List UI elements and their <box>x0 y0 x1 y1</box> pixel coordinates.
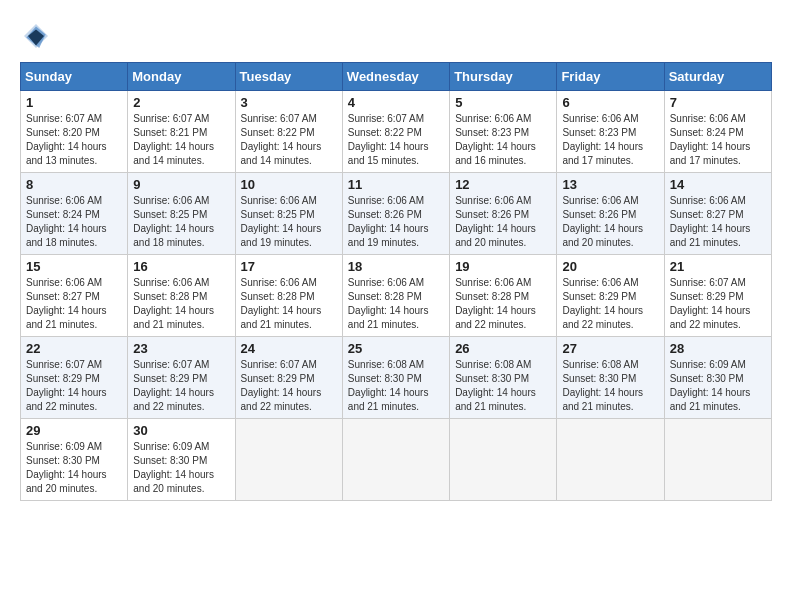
calendar-cell: 11 Sunrise: 6:06 AM Sunset: 8:26 PM Dayl… <box>342 173 449 255</box>
calendar-cell: 18 Sunrise: 6:06 AM Sunset: 8:28 PM Dayl… <box>342 255 449 337</box>
day-number: 14 <box>670 177 766 192</box>
day-number: 23 <box>133 341 229 356</box>
day-number: 4 <box>348 95 444 110</box>
day-info: Sunrise: 6:06 AM Sunset: 8:27 PM Dayligh… <box>670 194 766 250</box>
day-info: Sunrise: 6:06 AM Sunset: 8:25 PM Dayligh… <box>133 194 229 250</box>
calendar-cell: 1 Sunrise: 6:07 AM Sunset: 8:20 PM Dayli… <box>21 91 128 173</box>
day-number: 22 <box>26 341 122 356</box>
logo-icon <box>20 20 52 52</box>
day-info: Sunrise: 6:08 AM Sunset: 8:30 PM Dayligh… <box>348 358 444 414</box>
calendar-cell <box>664 419 771 501</box>
day-number: 9 <box>133 177 229 192</box>
day-info: Sunrise: 6:09 AM Sunset: 8:30 PM Dayligh… <box>133 440 229 496</box>
day-number: 19 <box>455 259 551 274</box>
calendar-cell: 25 Sunrise: 6:08 AM Sunset: 8:30 PM Dayl… <box>342 337 449 419</box>
calendar-cell: 30 Sunrise: 6:09 AM Sunset: 8:30 PM Dayl… <box>128 419 235 501</box>
calendar-cell: 19 Sunrise: 6:06 AM Sunset: 8:28 PM Dayl… <box>450 255 557 337</box>
day-info: Sunrise: 6:07 AM Sunset: 8:21 PM Dayligh… <box>133 112 229 168</box>
day-number: 25 <box>348 341 444 356</box>
calendar-header-row: SundayMondayTuesdayWednesdayThursdayFrid… <box>21 63 772 91</box>
day-number: 13 <box>562 177 658 192</box>
day-info: Sunrise: 6:06 AM Sunset: 8:28 PM Dayligh… <box>455 276 551 332</box>
day-info: Sunrise: 6:06 AM Sunset: 8:28 PM Dayligh… <box>348 276 444 332</box>
day-info: Sunrise: 6:06 AM Sunset: 8:26 PM Dayligh… <box>455 194 551 250</box>
day-info: Sunrise: 6:06 AM Sunset: 8:23 PM Dayligh… <box>455 112 551 168</box>
day-number: 6 <box>562 95 658 110</box>
calendar-header-saturday: Saturday <box>664 63 771 91</box>
calendar-cell: 9 Sunrise: 6:06 AM Sunset: 8:25 PM Dayli… <box>128 173 235 255</box>
day-number: 28 <box>670 341 766 356</box>
day-info: Sunrise: 6:06 AM Sunset: 8:29 PM Dayligh… <box>562 276 658 332</box>
calendar-week-5: 29 Sunrise: 6:09 AM Sunset: 8:30 PM Dayl… <box>21 419 772 501</box>
calendar-week-4: 22 Sunrise: 6:07 AM Sunset: 8:29 PM Dayl… <box>21 337 772 419</box>
calendar-header-tuesday: Tuesday <box>235 63 342 91</box>
calendar-cell: 23 Sunrise: 6:07 AM Sunset: 8:29 PM Dayl… <box>128 337 235 419</box>
calendar-table: SundayMondayTuesdayWednesdayThursdayFrid… <box>20 62 772 501</box>
calendar-week-3: 15 Sunrise: 6:06 AM Sunset: 8:27 PM Dayl… <box>21 255 772 337</box>
calendar-cell: 22 Sunrise: 6:07 AM Sunset: 8:29 PM Dayl… <box>21 337 128 419</box>
calendar-cell: 16 Sunrise: 6:06 AM Sunset: 8:28 PM Dayl… <box>128 255 235 337</box>
calendar-header-sunday: Sunday <box>21 63 128 91</box>
calendar-body: 1 Sunrise: 6:07 AM Sunset: 8:20 PM Dayli… <box>21 91 772 501</box>
calendar-header-friday: Friday <box>557 63 664 91</box>
day-info: Sunrise: 6:08 AM Sunset: 8:30 PM Dayligh… <box>455 358 551 414</box>
calendar-cell: 27 Sunrise: 6:08 AM Sunset: 8:30 PM Dayl… <box>557 337 664 419</box>
calendar-cell: 24 Sunrise: 6:07 AM Sunset: 8:29 PM Dayl… <box>235 337 342 419</box>
day-number: 2 <box>133 95 229 110</box>
calendar-cell: 15 Sunrise: 6:06 AM Sunset: 8:27 PM Dayl… <box>21 255 128 337</box>
day-info: Sunrise: 6:07 AM Sunset: 8:22 PM Dayligh… <box>348 112 444 168</box>
day-info: Sunrise: 6:07 AM Sunset: 8:22 PM Dayligh… <box>241 112 337 168</box>
day-number: 3 <box>241 95 337 110</box>
calendar-cell: 2 Sunrise: 6:07 AM Sunset: 8:21 PM Dayli… <box>128 91 235 173</box>
day-info: Sunrise: 6:07 AM Sunset: 8:29 PM Dayligh… <box>241 358 337 414</box>
day-info: Sunrise: 6:06 AM Sunset: 8:28 PM Dayligh… <box>241 276 337 332</box>
day-number: 18 <box>348 259 444 274</box>
day-info: Sunrise: 6:06 AM Sunset: 8:27 PM Dayligh… <box>26 276 122 332</box>
day-number: 20 <box>562 259 658 274</box>
day-info: Sunrise: 6:06 AM Sunset: 8:24 PM Dayligh… <box>26 194 122 250</box>
day-number: 21 <box>670 259 766 274</box>
calendar-cell: 20 Sunrise: 6:06 AM Sunset: 8:29 PM Dayl… <box>557 255 664 337</box>
calendar-week-2: 8 Sunrise: 6:06 AM Sunset: 8:24 PM Dayli… <box>21 173 772 255</box>
calendar-cell: 6 Sunrise: 6:06 AM Sunset: 8:23 PM Dayli… <box>557 91 664 173</box>
day-info: Sunrise: 6:09 AM Sunset: 8:30 PM Dayligh… <box>670 358 766 414</box>
day-info: Sunrise: 6:06 AM Sunset: 8:23 PM Dayligh… <box>562 112 658 168</box>
day-info: Sunrise: 6:06 AM Sunset: 8:28 PM Dayligh… <box>133 276 229 332</box>
calendar-cell: 28 Sunrise: 6:09 AM Sunset: 8:30 PM Dayl… <box>664 337 771 419</box>
day-number: 26 <box>455 341 551 356</box>
calendar-cell: 21 Sunrise: 6:07 AM Sunset: 8:29 PM Dayl… <box>664 255 771 337</box>
calendar-cell: 26 Sunrise: 6:08 AM Sunset: 8:30 PM Dayl… <box>450 337 557 419</box>
day-info: Sunrise: 6:07 AM Sunset: 8:29 PM Dayligh… <box>133 358 229 414</box>
day-number: 10 <box>241 177 337 192</box>
day-number: 27 <box>562 341 658 356</box>
day-number: 16 <box>133 259 229 274</box>
day-number: 24 <box>241 341 337 356</box>
calendar-cell: 14 Sunrise: 6:06 AM Sunset: 8:27 PM Dayl… <box>664 173 771 255</box>
day-number: 29 <box>26 423 122 438</box>
calendar-cell: 5 Sunrise: 6:06 AM Sunset: 8:23 PM Dayli… <box>450 91 557 173</box>
day-number: 5 <box>455 95 551 110</box>
calendar-header-monday: Monday <box>128 63 235 91</box>
day-info: Sunrise: 6:07 AM Sunset: 8:20 PM Dayligh… <box>26 112 122 168</box>
day-number: 7 <box>670 95 766 110</box>
calendar-cell: 13 Sunrise: 6:06 AM Sunset: 8:26 PM Dayl… <box>557 173 664 255</box>
day-number: 12 <box>455 177 551 192</box>
calendar-cell <box>557 419 664 501</box>
day-number: 11 <box>348 177 444 192</box>
day-number: 1 <box>26 95 122 110</box>
day-number: 8 <box>26 177 122 192</box>
calendar-header-wednesday: Wednesday <box>342 63 449 91</box>
day-info: Sunrise: 6:08 AM Sunset: 8:30 PM Dayligh… <box>562 358 658 414</box>
day-info: Sunrise: 6:06 AM Sunset: 8:25 PM Dayligh… <box>241 194 337 250</box>
calendar-cell: 8 Sunrise: 6:06 AM Sunset: 8:24 PM Dayli… <box>21 173 128 255</box>
day-number: 30 <box>133 423 229 438</box>
calendar-cell <box>342 419 449 501</box>
calendar-cell: 3 Sunrise: 6:07 AM Sunset: 8:22 PM Dayli… <box>235 91 342 173</box>
day-info: Sunrise: 6:07 AM Sunset: 8:29 PM Dayligh… <box>670 276 766 332</box>
calendar-cell: 10 Sunrise: 6:06 AM Sunset: 8:25 PM Dayl… <box>235 173 342 255</box>
calendar-week-1: 1 Sunrise: 6:07 AM Sunset: 8:20 PM Dayli… <box>21 91 772 173</box>
calendar-cell <box>235 419 342 501</box>
day-info: Sunrise: 6:06 AM Sunset: 8:24 PM Dayligh… <box>670 112 766 168</box>
calendar-cell: 17 Sunrise: 6:06 AM Sunset: 8:28 PM Dayl… <box>235 255 342 337</box>
day-number: 17 <box>241 259 337 274</box>
